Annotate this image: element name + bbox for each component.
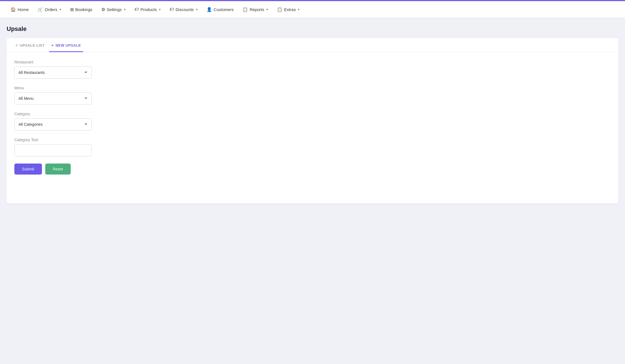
plus-icon: + (51, 43, 54, 47)
nav-customers-label: Customers (214, 7, 234, 12)
submit-button[interactable]: Submit (14, 164, 42, 175)
settings-icon: ⚙ (101, 7, 105, 12)
products-icon: 🏷 (134, 7, 139, 12)
nav-discounts[interactable]: 🏷 Discounts ▾ (166, 5, 202, 14)
nav-products[interactable]: 🏷 Products ▾ (131, 5, 165, 14)
tab-new-upsale-label: NEW UPSALE (55, 43, 81, 47)
reports-icon: 📋 (242, 7, 248, 12)
category-label: Category (14, 112, 611, 116)
nav-bookings-label: Bookings (75, 7, 92, 12)
nav-orders[interactable]: 🛒 Orders ▾ (34, 5, 65, 14)
category-text-group: Category Text (14, 138, 611, 156)
nav-extras-label: Extras (284, 7, 296, 12)
tabs-container: ≡ UPSALE LIST + NEW UPSALE (7, 38, 618, 52)
nav-discounts-label: Discounts (176, 7, 194, 12)
restaurant-group: Restaurant All Restaurants (14, 60, 611, 79)
nav-settings-label: Settings (107, 7, 122, 12)
nav-bookings[interactable]: ⊞ Bookings (66, 5, 96, 14)
home-icon: 🏠 (10, 7, 16, 12)
discounts-icon: 🏷 (170, 7, 174, 12)
category-select[interactable]: All Categories (14, 118, 92, 130)
customers-icon: 👤 (206, 7, 212, 12)
page-container: Upsale ≡ UPSALE LIST + NEW UPSALE Restau… (0, 18, 625, 211)
nav-home-label: Home (18, 7, 29, 12)
menu-select[interactable]: All Menu (14, 92, 92, 105)
nav-extras[interactable]: 📋 Extras ▾ (273, 5, 304, 14)
tab-upsale-list[interactable]: ≡ UPSALE LIST (13, 38, 47, 52)
extras-chevron-icon: ▾ (298, 8, 300, 11)
products-chevron-icon: ▾ (159, 8, 161, 11)
list-icon: ≡ (15, 43, 18, 47)
discounts-chevron-icon: ▾ (196, 8, 198, 11)
bookings-icon: ⊞ (70, 7, 74, 12)
orders-chevron-icon: ▾ (60, 8, 61, 11)
restaurant-label: Restaurant (14, 60, 611, 64)
tab-new-upsale[interactable]: + NEW UPSALE (49, 38, 83, 52)
reset-button[interactable]: Reset (45, 164, 71, 175)
page-title: Upsale (7, 25, 618, 33)
navbar: 🏠 Home 🛒 Orders ▾ ⊞ Bookings ⚙ Settings … (0, 0, 625, 18)
extras-icon: 📋 (277, 7, 282, 12)
orders-icon: 🛒 (38, 7, 43, 12)
reports-chevron-icon: ▾ (266, 8, 268, 11)
restaurant-select[interactable]: All Restaurants (14, 66, 92, 79)
category-text-label: Category Text (14, 138, 611, 142)
menu-group: Menu All Menu (14, 86, 611, 105)
nav-settings[interactable]: ⚙ Settings ▾ (97, 5, 129, 14)
tab-upsale-list-label: UPSALE LIST (20, 43, 45, 47)
nav-customers[interactable]: 👤 Customers (203, 5, 238, 14)
category-text-input[interactable] (14, 144, 92, 156)
menu-label: Menu (14, 86, 611, 90)
nav-reports[interactable]: 📋 Reports ▾ (239, 5, 272, 14)
nav-products-label: Products (141, 7, 157, 12)
settings-chevron-icon: ▾ (124, 8, 126, 11)
nav-home[interactable]: 🏠 Home (7, 5, 33, 14)
button-row: Submit Reset (14, 164, 611, 175)
category-group: Category All Categories (14, 112, 611, 130)
nav-reports-label: Reports (250, 7, 264, 12)
main-card: ≡ UPSALE LIST + NEW UPSALE Restaurant Al… (7, 38, 618, 204)
nav-orders-label: Orders (45, 7, 57, 12)
form-body: Restaurant All Restaurants Menu All Menu… (7, 60, 618, 175)
